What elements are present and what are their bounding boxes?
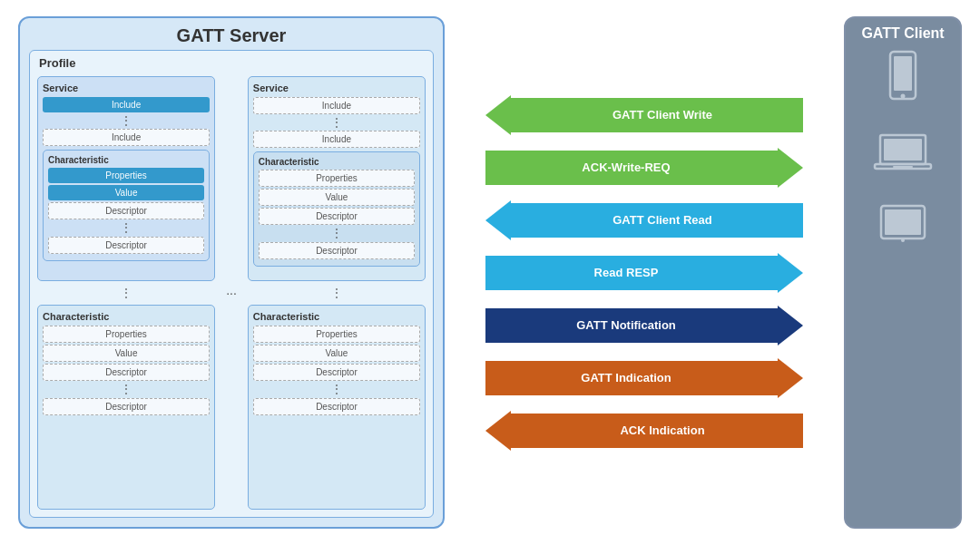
arrow-row-4: Read RESP (485, 253, 803, 293)
arrow-body-1: GATT Client Write (511, 98, 803, 132)
arrow-body-5: GATT Notification (485, 308, 778, 343)
properties-dashed-2: Properties (259, 170, 415, 187)
value-dashed-1: Value (43, 345, 210, 362)
arrow-ack-indication: ACK Indication (485, 411, 803, 451)
dots-char-col2-2: ⋮ (253, 383, 420, 395)
tablet-device-icon (878, 204, 927, 244)
include-dashed-1: Include (43, 129, 210, 146)
descriptor2-dashed-2a: Descriptor (253, 364, 420, 381)
properties-dashed-1: Properties (43, 326, 210, 343)
svg-point-2 (901, 94, 906, 99)
char-box-1: Characteristic Properties Value Descript… (43, 150, 210, 260)
arrow-head-left-3 (485, 200, 511, 240)
arrow-head-right-2 (778, 148, 803, 188)
service-label-1: Service (43, 83, 210, 93)
svg-rect-4 (884, 139, 922, 161)
profile-box: Profile Service Include ⋮ Include Charac… (29, 50, 434, 518)
svg-rect-8 (885, 209, 921, 235)
profile-label: Profile (39, 56, 75, 70)
service-label-2: Service (253, 83, 420, 93)
service-box-3: Service Include ⋮ Include Characteristic… (248, 76, 426, 281)
arrow-gatt-client-read: GATT Client Read (485, 200, 803, 240)
include-blue-1: Include (43, 97, 210, 112)
arrow-ack-write-req: ACK-Write-REQ (485, 148, 803, 188)
gatt-client-panel: GATT Client (844, 16, 962, 529)
arrow-head-right-6 (778, 358, 803, 398)
svg-rect-1 (894, 56, 912, 91)
descriptor2-dashed-1a: Descriptor (43, 364, 210, 381)
service-box-1: Service Include ⋮ Include Characteristic… (37, 76, 215, 281)
value-blue: Value (48, 185, 204, 200)
svg-point-9 (901, 238, 905, 242)
dots-horizontal: ··· (222, 286, 240, 300)
value-dashed-2: Value (259, 189, 415, 206)
laptop-svg (873, 131, 933, 177)
descriptor-dashed-1b: Descriptor (48, 237, 204, 254)
include-dashed-2a: Include (253, 97, 420, 114)
arrow-body-3: GATT Client Read (511, 203, 803, 238)
arrow-body-2: ACK-Write-REQ (485, 151, 778, 185)
arrow-head-left-7 (485, 411, 511, 451)
dots-char-2: ⋮ (43, 383, 210, 395)
service-col-2: Service Include ⋮ Include Characteristic… (248, 76, 426, 510)
descriptor-dashed-1a: Descriptor (48, 202, 204, 219)
arrow-row-3: GATT Client Read (485, 200, 803, 240)
dots-1: ⋮ (43, 114, 210, 127)
phone-svg (886, 50, 920, 104)
dots-2: ⋮ (253, 116, 420, 129)
service-col-1: Service Include ⋮ Include Characteristic… (37, 76, 215, 510)
arrow-row-1: GATT Client Write (485, 95, 803, 135)
char-box-2: Characteristic Properties Value Descript… (253, 151, 420, 266)
laptop-device-icon (873, 131, 933, 177)
arrow-body-4: Read RESP (485, 256, 778, 290)
gatt-server-panel: GATT Server Profile Service Include ⋮ In… (18, 16, 445, 529)
properties-dashed-col2-2: Properties (253, 326, 420, 343)
service-box-2: Characteristic Properties Value Descript… (37, 305, 215, 510)
dots-between-services-2: ⋮ (248, 287, 426, 299)
arrow-row-7: ACK Indication (485, 411, 803, 451)
dots-between-services-1: ⋮ (37, 287, 215, 299)
arrow-read-resp: Read RESP (485, 253, 803, 293)
properties-blue: Properties (48, 168, 204, 183)
main-container: GATT Server Profile Service Include ⋮ In… (0, 0, 980, 545)
arrow-row-5: GATT Notification (485, 306, 803, 345)
include-dashed-2b: Include (253, 131, 420, 148)
arrow-gatt-indication: GATT Indication (485, 358, 803, 398)
char-label-col2: Characteristic (259, 157, 415, 167)
descriptor2-dashed-1b: Descriptor (43, 398, 210, 415)
arrow-head-right-4 (778, 253, 803, 293)
arrow-head-left-1 (485, 95, 511, 135)
descriptor-dashed-2b: Descriptor (259, 242, 415, 259)
dots-char-col2: ⋮ (259, 227, 415, 239)
service-box-4: Characteristic Properties Value Descript… (248, 305, 426, 510)
arrow-body-7: ACK Indication (511, 414, 803, 448)
svg-rect-6 (893, 166, 913, 168)
descriptor-dashed-2a: Descriptor (259, 208, 415, 225)
descriptor2-dashed-2b: Descriptor (253, 398, 420, 415)
arrow-row-6: GATT Indication (485, 358, 803, 398)
arrow-head-right-5 (778, 306, 803, 345)
arrow-gatt-notification: GATT Notification (485, 306, 803, 345)
arrows-area: GATT Client Write ACK-Write-REQ GATT Cli… (476, 16, 812, 529)
dots-char-1: ⋮ (48, 221, 204, 234)
char-label-2: Characteristic (43, 311, 210, 322)
gatt-client-title: GATT Client (861, 25, 944, 42)
arrow-gatt-client-write: GATT Client Write (485, 95, 803, 135)
char-label-col2-2: Characteristic (253, 311, 420, 322)
phone-device-icon (886, 50, 920, 104)
value-dashed-col2-2: Value (253, 345, 420, 362)
arrow-row-2: ACK-Write-REQ (485, 148, 803, 188)
tablet-svg (878, 204, 927, 244)
char-label-1: Characteristic (48, 155, 204, 165)
gatt-server-title: GATT Server (177, 25, 287, 46)
arrow-body-6: GATT Indication (485, 361, 778, 395)
